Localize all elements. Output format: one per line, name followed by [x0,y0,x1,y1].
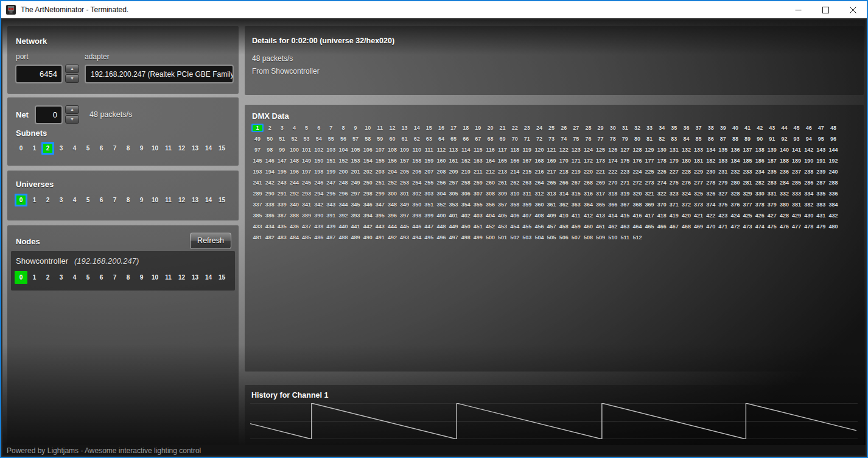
cell-7[interactable]: 7 [108,194,121,206]
dmx-channel-273[interactable]: 273 [643,178,656,187]
dmx-channel-303[interactable]: 303 [423,189,435,198]
cell-5[interactable]: 5 [82,194,94,206]
dmx-channel-224[interactable]: 224 [631,167,643,176]
dmx-channel-30[interactable]: 30 [607,124,619,132]
dmx-channel-399[interactable]: 399 [423,211,435,220]
dmx-channel-277[interactable]: 277 [693,178,705,187]
dmx-channel-375[interactable]: 375 [717,200,729,209]
dmx-channel-29[interactable]: 29 [595,124,607,132]
dmx-channel-472[interactable]: 472 [729,222,741,231]
dmx-channel-436[interactable]: 436 [288,222,300,231]
dmx-channel-512[interactable]: 512 [631,233,643,242]
dmx-channel-458[interactable]: 458 [558,222,570,231]
dmx-channel-328[interactable]: 328 [729,189,741,198]
dmx-channel-232[interactable]: 232 [729,167,741,176]
dmx-channel-140[interactable]: 140 [778,146,790,154]
dmx-channel-107[interactable]: 107 [374,146,386,154]
dmx-channel-51[interactable]: 51 [276,135,288,143]
dmx-channel-58[interactable]: 58 [362,135,374,143]
dmx-channel-339[interactable]: 339 [276,200,288,209]
dmx-channel-439[interactable]: 439 [325,222,337,231]
dmx-channel-404[interactable]: 404 [484,211,496,220]
dmx-channel-473[interactable]: 473 [741,222,754,231]
dmx-channel-27[interactable]: 27 [570,124,582,132]
dmx-channel-228[interactable]: 228 [680,167,692,176]
dmx-channel-450[interactable]: 450 [460,222,472,231]
dmx-channel-44[interactable]: 44 [778,124,790,132]
dmx-channel-195[interactable]: 195 [276,167,288,176]
dmx-channel-55[interactable]: 55 [325,135,337,143]
dmx-channel-509[interactable]: 509 [595,233,607,242]
cell-10[interactable]: 10 [149,194,161,206]
dmx-channel-406[interactable]: 406 [509,211,521,220]
dmx-channel-302[interactable]: 302 [411,189,423,198]
spinner-up-button[interactable]: ▲ [65,65,79,73]
dmx-channel-386[interactable]: 386 [264,211,276,220]
dmx-channel-222[interactable]: 222 [607,167,619,176]
dmx-channel-191[interactable]: 191 [815,157,827,165]
dmx-channel-259[interactable]: 259 [472,178,484,187]
dmx-channel-247[interactable]: 247 [325,178,337,187]
dmx-channel-98[interactable]: 98 [264,146,276,154]
dmx-channel-503[interactable]: 503 [521,233,533,242]
dmx-channel-452[interactable]: 452 [484,222,496,231]
spinner-down-button[interactable]: ▼ [65,115,79,124]
dmx-channel-230[interactable]: 230 [705,167,717,176]
dmx-channel-131[interactable]: 131 [668,146,680,154]
dmx-channel-407[interactable]: 407 [521,211,533,220]
dmx-channel-343[interactable]: 343 [325,200,337,209]
dmx-channel-120[interactable]: 120 [533,146,545,154]
dmx-channel-255[interactable]: 255 [423,178,435,187]
dmx-channel-20[interactable]: 20 [484,124,496,132]
dmx-channel-7[interactable]: 7 [325,124,337,132]
dmx-channel-81[interactable]: 81 [643,135,656,143]
refresh-button[interactable]: Refresh [190,233,231,249]
cell-15[interactable]: 15 [215,271,228,284]
dmx-channel-201[interactable]: 201 [349,167,362,176]
dmx-channel-506[interactable]: 506 [558,233,570,242]
dmx-channel-248[interactable]: 248 [337,178,349,187]
dmx-channel-456[interactable]: 456 [533,222,545,231]
dmx-channel-465[interactable]: 465 [643,222,656,231]
dmx-channel-275[interactable]: 275 [668,178,680,187]
dmx-channel-453[interactable]: 453 [497,222,509,231]
dmx-channel-87[interactable]: 87 [717,135,729,143]
dmx-channel-11[interactable]: 11 [374,124,386,132]
maximize-button[interactable] [812,1,839,18]
dmx-channel-84[interactable]: 84 [680,135,692,143]
dmx-channel-505[interactable]: 505 [545,233,558,242]
dmx-channel-90[interactable]: 90 [754,135,766,143]
dmx-channel-148[interactable]: 148 [288,157,300,165]
dmx-channel-294[interactable]: 294 [313,189,325,198]
port-input[interactable] [15,65,63,83]
dmx-channel-282[interactable]: 282 [754,178,766,187]
dmx-channel-61[interactable]: 61 [399,135,411,143]
dmx-channel-177[interactable]: 177 [643,157,656,165]
dmx-channel-238[interactable]: 238 [803,167,815,176]
dmx-channel-196[interactable]: 196 [288,167,300,176]
dmx-channel-280[interactable]: 280 [729,178,741,187]
cell-3[interactable]: 3 [55,271,68,284]
dmx-channel-241[interactable]: 241 [251,178,264,187]
dmx-channel-95[interactable]: 95 [815,135,827,143]
dmx-channel-285[interactable]: 285 [791,178,803,187]
dmx-channel-460[interactable]: 460 [582,222,594,231]
dmx-channel-449[interactable]: 449 [447,222,460,231]
dmx-channel-361[interactable]: 361 [545,200,558,209]
dmx-channel-113[interactable]: 113 [447,146,460,154]
dmx-channel-423[interactable]: 423 [717,211,729,220]
dmx-channel-372[interactable]: 372 [680,200,692,209]
dmx-channel-165[interactable]: 165 [497,157,509,165]
dmx-channel-360[interactable]: 360 [533,200,545,209]
dmx-channel-390[interactable]: 390 [313,211,325,220]
dmx-channel-250[interactable]: 250 [362,178,374,187]
dmx-channel-293[interactable]: 293 [301,189,313,198]
dmx-channel-312[interactable]: 312 [533,189,545,198]
dmx-channel-4[interactable]: 4 [288,124,300,132]
dmx-channel-163[interactable]: 163 [472,157,484,165]
dmx-channel-414[interactable]: 414 [607,211,619,220]
dmx-channel-31[interactable]: 31 [619,124,631,132]
dmx-channel-229[interactable]: 229 [693,167,705,176]
dmx-channel-498[interactable]: 498 [460,233,472,242]
dmx-channel-141[interactable]: 141 [791,146,803,154]
